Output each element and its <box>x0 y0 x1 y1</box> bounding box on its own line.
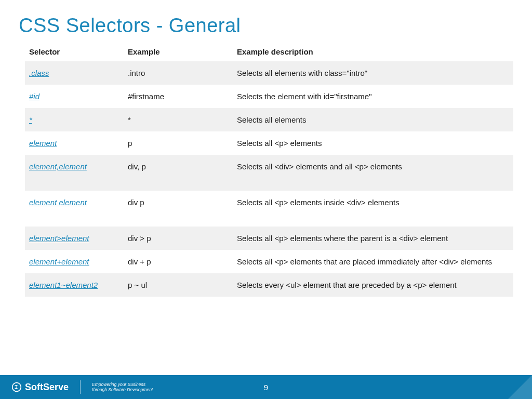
cell-example: div p <box>124 191 233 227</box>
cell-selector: element element <box>25 191 124 227</box>
selector-link[interactable]: element1~element2 <box>29 281 98 289</box>
cell-selector: element>element <box>25 227 124 250</box>
selector-link[interactable]: element>element <box>29 234 89 243</box>
table-row: element>elementdiv > pSelects all <p> el… <box>25 227 513 250</box>
table-row: element1~element2p ~ ulSelects every <ul… <box>25 273 513 297</box>
selector-link[interactable]: element,element <box>29 162 87 171</box>
cell-example: .intro <box>124 61 233 85</box>
footer-corner-accent <box>508 375 532 399</box>
cell-example: div, p <box>124 155 233 191</box>
brand-logo: SoftServe <box>11 382 69 393</box>
cell-selector: * <box>25 108 124 131</box>
table-row: #id#firstnameSelects the element with id… <box>25 85 513 108</box>
cell-selector: #id <box>25 85 124 108</box>
cell-description: Selects the element with id="firstname" <box>233 85 513 108</box>
selector-link[interactable]: * <box>29 115 32 124</box>
brand-tagline: Empowering your Business through Softwar… <box>92 382 153 392</box>
table-row: element+elementdiv + pSelects all <p> el… <box>25 250 513 273</box>
col-example: Example <box>124 42 233 61</box>
cell-selector: element1~element2 <box>25 273 124 297</box>
softserve-icon <box>11 382 22 392</box>
cell-description: Selects all elements <box>233 108 513 131</box>
col-description: Example description <box>233 42 513 61</box>
cell-example: p <box>124 131 233 155</box>
cell-example: #firstname <box>124 85 233 108</box>
cell-description: Selects every <ul> element that are prec… <box>233 273 513 297</box>
table-row: element,elementdiv, pSelects all <div> e… <box>25 155 513 191</box>
table-row: .class.introSelects all elements with cl… <box>25 61 513 85</box>
cell-selector: element <box>25 131 124 155</box>
cell-selector: element,element <box>25 155 124 191</box>
table-row: **Selects all elements <box>25 108 513 131</box>
selector-table-wrap: Selector Example Example description .cl… <box>0 42 532 297</box>
cell-description: Selects all <div> elements and all <p> e… <box>233 155 513 191</box>
footer-divider <box>80 380 81 394</box>
cell-description: Selects all <p> elements where the paren… <box>233 227 513 250</box>
brand-name: SoftServe <box>25 382 69 393</box>
selector-link[interactable]: #id <box>29 92 39 101</box>
page-number: 9 <box>264 383 268 392</box>
tagline-line-1: Empowering your Business <box>92 382 145 387</box>
selector-table: Selector Example Example description .cl… <box>25 42 513 297</box>
cell-example: div > p <box>124 227 233 250</box>
cell-selector: .class <box>25 61 124 85</box>
table-header-row: Selector Example Example description <box>25 42 513 61</box>
cell-selector: element+element <box>25 250 124 273</box>
tagline-line-2: through Software Development <box>92 387 153 392</box>
col-selector: Selector <box>25 42 124 61</box>
footer-brand: SoftServe Empowering your Business throu… <box>0 380 153 394</box>
cell-description: Selects all <p> elements <box>233 131 513 155</box>
table-row: elementpSelects all <p> elements <box>25 131 513 155</box>
cell-description: Selects all <p> elements that are placed… <box>233 250 513 273</box>
selector-link[interactable]: element <box>29 139 57 148</box>
selector-link[interactable]: .class <box>29 69 49 77</box>
page-title: CSS Selectors - General <box>0 0 532 42</box>
cell-description: Selects all <p> elements inside <div> el… <box>233 191 513 227</box>
slide: CSS Selectors - General Selector Example… <box>0 0 532 399</box>
cell-example: * <box>124 108 233 131</box>
selector-link[interactable]: element+element <box>29 257 89 266</box>
cell-example: div + p <box>124 250 233 273</box>
cell-description: Selects all elements with class="intro" <box>233 61 513 85</box>
cell-example: p ~ ul <box>124 273 233 297</box>
table-row: element elementdiv pSelects all <p> elem… <box>25 191 513 227</box>
footer-bar: SoftServe Empowering your Business throu… <box>0 375 532 399</box>
selector-link[interactable]: element element <box>29 198 87 207</box>
